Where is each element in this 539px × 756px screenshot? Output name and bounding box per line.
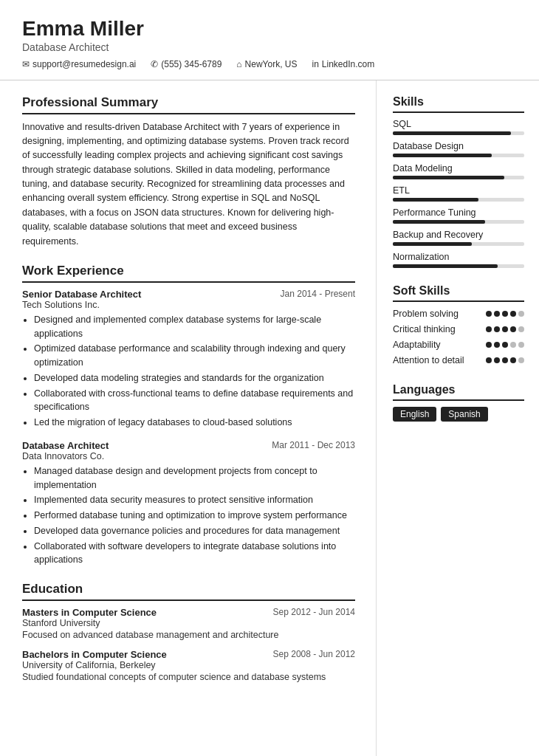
edu-school: Stanford University: [22, 618, 355, 628]
dot-empty: [518, 326, 524, 332]
skill-name: ETL: [393, 185, 524, 196]
skill-name: Normalization: [393, 252, 524, 262]
body-columns: Professional Summary Innovative and resu…: [0, 80, 539, 756]
skill-bar-bg: [393, 242, 524, 246]
job-entry: Database ArchitectMar 2011 - Dec 2013Dat…: [22, 440, 355, 567]
edu-header: Bachelors in Computer ScienceSep 2008 - …: [22, 649, 355, 660]
language-badge: English: [393, 407, 436, 422]
soft-skill-item: Adaptability: [393, 339, 524, 351]
dot-filled: [502, 342, 508, 348]
summary-section: Professional Summary Innovative and resu…: [22, 95, 355, 249]
job-header: Senior Database ArchitectJan 2014 - Pres…: [22, 289, 355, 300]
job-bullet-item: Collaborated with software developers to…: [34, 540, 355, 568]
skill-bar-bg: [393, 176, 524, 179]
edu-date: Sep 2008 - Jun 2012: [273, 649, 355, 659]
soft-skill-name: Adaptability: [393, 339, 480, 351]
skill-item: Performance Tuning: [393, 207, 524, 224]
soft-skill-item: Problem solving: [393, 308, 524, 320]
skill-bar-bg: [393, 198, 524, 202]
skill-bar-fill: [393, 198, 478, 202]
left-column: Professional Summary Innovative and resu…: [0, 80, 377, 756]
job-company: Data Innovators Co.: [22, 451, 355, 461]
right-column: Skills SQLDatabase DesignData ModelingET…: [377, 80, 539, 756]
job-company: Tech Solutions Inc.: [22, 300, 355, 310]
dot-empty: [510, 342, 516, 348]
location-contact: ⌂ NewYork, US: [236, 59, 297, 69]
job-bullet-item: Collaborated with cross-functional teams…: [34, 387, 355, 415]
skill-bar-bg: [393, 154, 524, 157]
job-title: Database Architect: [22, 440, 109, 451]
location-icon: ⌂: [236, 59, 241, 69]
job-date: Jan 2014 - Present: [281, 289, 355, 299]
skills-container: SQLDatabase DesignData ModelingETLPerfor…: [393, 119, 524, 268]
job-bullet-item: Developed data modeling strategies and s…: [34, 371, 355, 385]
job-entry: Senior Database ArchitectJan 2014 - Pres…: [22, 289, 355, 430]
soft-skill-item: Critical thinking: [393, 323, 524, 335]
linkedin-icon: in: [312, 59, 319, 69]
skill-name: Database Design: [393, 141, 524, 151]
skill-bar-fill: [393, 154, 492, 157]
jobs-container: Senior Database ArchitectJan 2014 - Pres…: [22, 289, 355, 567]
edu-container: Masters in Computer ScienceSep 2012 - Ju…: [22, 607, 355, 682]
candidate-title: Database Architect: [22, 41, 517, 53]
soft-skill-dots: [486, 326, 524, 332]
soft-skill-name: Attention to detail: [393, 354, 480, 366]
summary-title: Professional Summary: [22, 95, 355, 114]
dot-filled: [486, 342, 492, 348]
dot-filled: [486, 357, 492, 363]
skills-title: Skills: [393, 95, 524, 113]
edu-header: Masters in Computer ScienceSep 2012 - Ju…: [22, 607, 355, 618]
email-contact: ✉ support@resumedesign.ai: [22, 59, 136, 69]
skill-bar-fill: [393, 131, 511, 135]
skill-item: SQL: [393, 119, 524, 135]
edu-degree: Masters in Computer Science: [22, 607, 157, 618]
phone-icon: ✆: [151, 59, 158, 69]
email-icon: ✉: [22, 59, 30, 69]
job-bullet-item: Led the migration of legacy databases to…: [34, 416, 355, 430]
education-title: Education: [22, 582, 355, 601]
job-date: Mar 2011 - Dec 2013: [272, 440, 355, 450]
soft-skills-section: Soft Skills Problem solvingCritical thin…: [393, 284, 524, 367]
skill-bar-bg: [393, 131, 524, 135]
soft-skill-dots: [486, 342, 524, 348]
languages-section: Languages EnglishSpanish: [393, 383, 524, 422]
edu-degree: Bachelors in Computer Science: [22, 649, 167, 660]
soft-skill-dots: [486, 357, 524, 363]
job-title: Senior Database Architect: [22, 289, 141, 300]
dot-filled: [502, 326, 508, 332]
dot-filled: [494, 357, 500, 363]
dot-empty: [518, 311, 524, 317]
dot-filled: [494, 311, 500, 317]
languages-container: EnglishSpanish: [393, 407, 524, 422]
candidate-name: Emma Miller: [22, 16, 517, 41]
dot-filled: [510, 326, 516, 332]
skill-name: Data Modeling: [393, 163, 524, 173]
summary-text: Innovative and results-driven Database A…: [22, 120, 355, 249]
skill-item: Data Modeling: [393, 163, 524, 179]
dot-filled: [502, 311, 508, 317]
skill-item: Database Design: [393, 141, 524, 157]
dot-filled: [486, 326, 492, 332]
job-bullets: Designed and implemented complex databas…: [22, 313, 355, 430]
soft-skill-dots: [486, 311, 524, 317]
dot-empty: [518, 342, 524, 348]
soft-skills-title: Soft Skills: [393, 284, 524, 302]
job-bullet-item: Managed database design and development …: [34, 464, 355, 492]
edu-description: Studied foundational concepts of compute…: [22, 672, 355, 682]
job-bullet-item: Developed data governance policies and p…: [34, 524, 355, 538]
phone-contact: ✆ (555) 345-6789: [151, 59, 222, 69]
languages-title: Languages: [393, 383, 524, 401]
skill-name: Performance Tuning: [393, 207, 524, 218]
soft-skill-name: Problem solving: [393, 308, 480, 320]
skills-section: Skills SQLDatabase DesignData ModelingET…: [393, 95, 524, 268]
skill-item: Backup and Recovery: [393, 230, 524, 246]
work-experience-section: Work Experience Senior Database Architec…: [22, 264, 355, 567]
edu-school: University of California, Berkeley: [22, 660, 355, 670]
edu-entry: Bachelors in Computer ScienceSep 2008 - …: [22, 649, 355, 682]
job-bullet-item: Optimized database performance and scala…: [34, 342, 355, 370]
skill-bar-fill: [393, 264, 498, 268]
skill-bar-bg: [393, 264, 524, 268]
skill-bar-fill: [393, 220, 485, 224]
edu-entry: Masters in Computer ScienceSep 2012 - Ju…: [22, 607, 355, 640]
skill-name: Backup and Recovery: [393, 230, 524, 240]
